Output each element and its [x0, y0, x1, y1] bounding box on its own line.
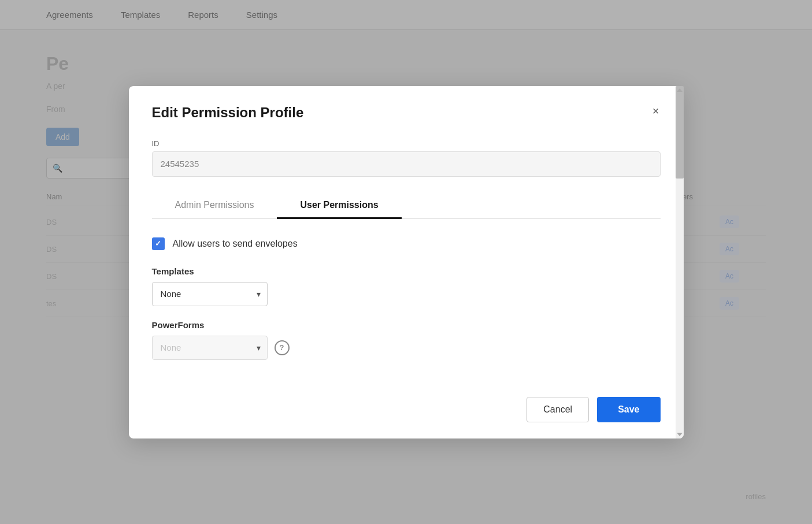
powerforms-select[interactable]: None Use Create — [152, 336, 268, 360]
powerforms-select-wrapper: None Use Create ▾ — [152, 336, 268, 360]
templates-label: Templates — [152, 266, 661, 276]
send-envelopes-checkbox[interactable]: ✓ — [152, 237, 165, 250]
templates-select-wrapper: None Use Create Share ▾ — [152, 282, 268, 306]
scroll-down-arrow — [677, 433, 683, 436]
templates-field-group: Templates None Use Create Share ▾ — [152, 266, 661, 306]
send-envelopes-label: Allow users to send envelopes — [173, 239, 298, 249]
modal-footer: Cancel Save — [129, 385, 684, 438]
tab-admin-permissions[interactable]: Admin Permissions — [152, 193, 277, 219]
powerforms-label: PowerForms — [152, 320, 661, 330]
scrollbar-thumb — [676, 86, 684, 179]
id-field-group: ID — [152, 139, 661, 177]
send-envelopes-row: ✓ Allow users to send envelopes — [152, 237, 661, 250]
close-button[interactable]: × — [647, 102, 665, 121]
powerforms-field-group: PowerForms None Use Create ▾ ? — [152, 320, 661, 360]
modal-title: Edit Permission Profile — [152, 105, 661, 121]
powerforms-help-icon[interactable]: ? — [275, 340, 290, 355]
modal-header: Edit Permission Profile × — [129, 86, 684, 135]
id-label: ID — [152, 139, 661, 148]
cancel-button[interactable]: Cancel — [526, 397, 589, 422]
id-input[interactable] — [152, 151, 661, 177]
templates-select[interactable]: None Use Create Share — [152, 282, 268, 306]
save-button[interactable]: Save — [597, 397, 660, 422]
modal-overlay: Edit Permission Profile × ID Admin Permi… — [0, 0, 812, 524]
edit-permission-modal: Edit Permission Profile × ID Admin Permi… — [129, 86, 684, 438]
tab-user-permissions[interactable]: User Permissions — [277, 193, 401, 219]
checkmark-icon: ✓ — [155, 239, 161, 248]
user-permissions-content: ✓ Allow users to send envelopes Template… — [152, 221, 661, 385]
scrollbar-track — [676, 86, 684, 438]
scroll-up-arrow — [677, 88, 683, 92]
modal-body: ID Admin Permissions User Permissions ✓ … — [129, 135, 684, 385]
permissions-tabs: Admin Permissions User Permissions — [152, 193, 661, 219]
powerforms-row: None Use Create ▾ ? — [152, 336, 661, 360]
